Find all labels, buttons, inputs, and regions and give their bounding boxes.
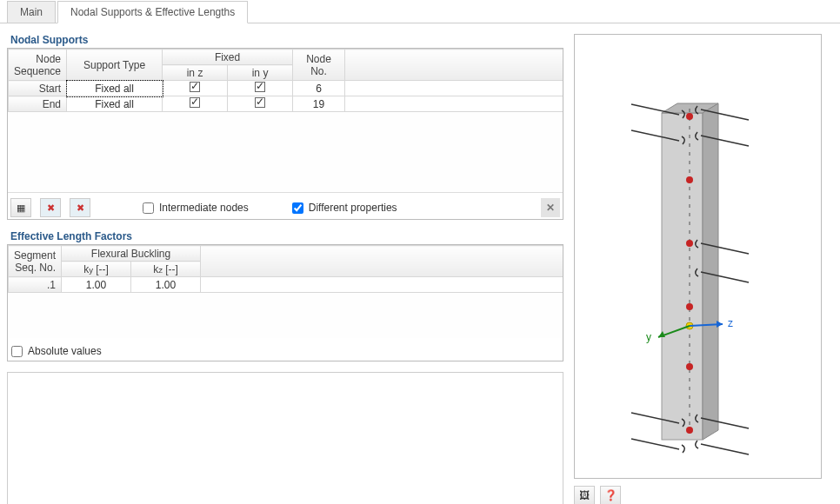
checkbox-icon — [190, 97, 200, 108]
checkbox-label: Absolute values — [28, 345, 102, 357]
image-icon: 🖼 — [579, 489, 590, 501]
svg-point-4 — [686, 113, 693, 120]
checkbox-label: Intermediate nodes — [159, 202, 249, 214]
delete-row-button[interactable]: ✖ — [40, 198, 61, 217]
checkbox-icon — [255, 82, 265, 92]
add-row-button[interactable]: ▦ — [10, 198, 31, 217]
row-seq: End — [9, 96, 67, 112]
tab-strip: Main Nodal Supports & Effective Lengths — [0, 0, 840, 23]
svg-rect-0 — [662, 113, 703, 440]
col-kz: kz [--] — [131, 262, 201, 277]
table-row[interactable]: .1 1.00 1.00 — [9, 277, 563, 293]
row-seq: Start — [9, 81, 67, 96]
col-node-sequence: Node Sequence — [9, 50, 67, 81]
viewer-help-button[interactable]: ❓ — [600, 486, 621, 504]
delete-icon: ✖ — [47, 202, 55, 214]
row-in-z[interactable] — [163, 81, 228, 96]
different-properties-checkbox[interactable]: Different properties — [292, 202, 397, 214]
svg-point-5 — [686, 176, 693, 183]
close-button[interactable]: ✕ — [541, 198, 560, 217]
row-node-no: 19 — [293, 96, 345, 112]
checkbox-icon — [255, 97, 265, 108]
delete-icon: ✖ — [77, 202, 84, 214]
row-support-type[interactable]: Fixed all — [67, 81, 163, 96]
table-icon: ▦ — [17, 202, 25, 214]
axis-y-label: y — [646, 331, 651, 343]
table-row[interactable]: End Fixed all 19 — [9, 96, 563, 112]
row-in-y[interactable] — [228, 81, 293, 96]
table-row[interactable]: Start Fixed all 6 — [9, 81, 563, 96]
tab-main[interactable]: Main — [7, 1, 56, 23]
info-panel — [7, 372, 563, 504]
absolute-values-checkbox[interactable]: Absolute values — [11, 345, 559, 357]
nodal-supports-table: Node Sequence Support Type Fixed Node No… — [7, 48, 563, 220]
col-segment: Segment Seq. No. — [9, 246, 62, 277]
effective-lengths-title: Effective Length Factors — [7, 229, 563, 244]
col-node-no: Node No. — [293, 50, 345, 81]
row-ky[interactable]: 1.00 — [62, 277, 131, 293]
row-seq: .1 — [9, 277, 62, 293]
row-in-z[interactable] — [163, 96, 228, 112]
col-fixed: Fixed — [163, 50, 293, 65]
col-ky: ky [--] — [62, 262, 131, 277]
row-node-no: 6 — [293, 81, 345, 96]
svg-point-9 — [686, 427, 693, 434]
svg-point-8 — [686, 363, 693, 370]
row-kz[interactable]: 1.00 — [131, 277, 201, 293]
tab-nodal-supports[interactable]: Nodal Supports & Effective Lengths — [57, 1, 248, 23]
axis-z-label: z — [728, 317, 733, 329]
help-icon: ❓ — [604, 489, 617, 501]
row-in-y[interactable] — [228, 96, 293, 112]
svg-point-7 — [686, 303, 693, 310]
col-in-y: in y — [228, 65, 293, 81]
viewer-image-button[interactable]: 🖼 — [574, 486, 595, 504]
checkbox-label: Different properties — [309, 202, 397, 214]
svg-marker-2 — [703, 103, 718, 440]
effective-lengths-table: Segment Seq. No. Flexural Buckling ky [-… — [7, 244, 563, 361]
col-in-z: in z — [163, 65, 228, 81]
svg-marker-12 — [717, 321, 723, 328]
checkbox-icon — [190, 82, 200, 92]
close-icon: ✕ — [546, 202, 555, 214]
nodal-supports-title: Nodal Supports — [7, 32, 563, 48]
col-flexural: Flexural Buckling — [62, 246, 201, 262]
model-viewer[interactable]: z y — [574, 34, 822, 479]
delete-all-button[interactable]: ✖ — [70, 198, 90, 217]
row-support-type[interactable]: Fixed all — [67, 96, 163, 112]
svg-point-6 — [686, 240, 693, 247]
col-support-type: Support Type — [67, 50, 163, 81]
intermediate-nodes-checkbox[interactable]: Intermediate nodes — [143, 202, 249, 214]
